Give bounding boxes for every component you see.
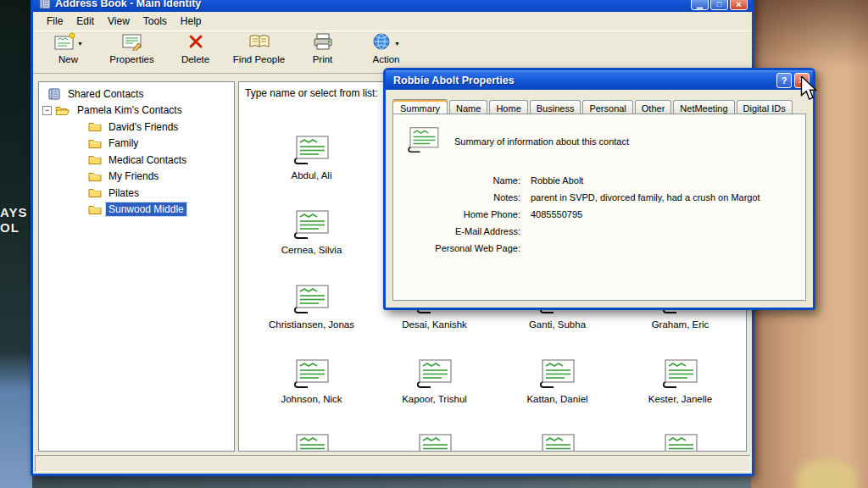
contact-item[interactable]: Cernea, Silvia bbox=[250, 206, 373, 280]
title-bar[interactable]: Address Book - Main Identity ▁ □ × bbox=[33, 0, 752, 12]
toolbar-button[interactable]: ▼ Properties bbox=[100, 32, 164, 64]
new-contact-icon bbox=[53, 32, 75, 54]
field-row: Home Phone: 4085550795 bbox=[393, 209, 797, 219]
action-globe-icon bbox=[372, 32, 392, 54]
dropdown-arrow-icon[interactable]: ▼ bbox=[394, 41, 400, 47]
field-row: Name: Robbie Abolt bbox=[393, 175, 797, 186]
dialog-title-bar[interactable]: Robbie Abolt Properties ? × bbox=[386, 70, 813, 90]
window-title: Address Book - Main Identity bbox=[55, 0, 691, 9]
contact-item[interactable]: Johnson, Nick bbox=[250, 355, 373, 430]
contact-card-icon bbox=[293, 358, 331, 389]
tree-item[interactable]: David's Friends bbox=[39, 119, 234, 136]
contact-item[interactable]: Kester, Janelle bbox=[619, 355, 742, 430]
field-row: Notes: parent in SVPD, divorced family, … bbox=[393, 192, 797, 202]
contact-card-icon bbox=[416, 433, 453, 452]
tree-item-label: Medical Contacts bbox=[106, 153, 189, 167]
tree-item[interactable]: Medical Contacts bbox=[39, 152, 234, 169]
contact-item[interactable]: Kapoor, Trishul bbox=[373, 355, 496, 430]
toolbar-icon-wrap: ▼ bbox=[372, 33, 400, 53]
summary-header: Summary of information about this contac… bbox=[407, 126, 629, 157]
field-label: Notes: bbox=[393, 192, 520, 202]
tree-item[interactable]: Family bbox=[39, 136, 234, 152]
contact-item[interactable] bbox=[619, 430, 742, 452]
status-bar bbox=[35, 455, 750, 472]
background-overlay-text-2: OL bbox=[0, 220, 19, 235]
summary-tab-page: Summary of information about this contac… bbox=[392, 114, 806, 301]
menu-item[interactable]: View bbox=[101, 14, 136, 29]
toolbar-button-label: Print bbox=[313, 54, 333, 64]
dialog-tab-strip: SummaryNameHomeBusinessPersonalOtherNetM… bbox=[392, 98, 794, 115]
contact-item[interactable] bbox=[496, 430, 619, 452]
close-button[interactable]: × bbox=[730, 0, 748, 10]
contact-card-icon bbox=[293, 209, 331, 240]
toolbar-button-label: Action bbox=[373, 54, 400, 64]
contact-item[interactable]: Abdul, Ali bbox=[250, 131, 373, 206]
tree-item-label: Family bbox=[106, 136, 141, 150]
background-clothing bbox=[797, 459, 856, 488]
contact-name: Cernea, Silvia bbox=[281, 245, 342, 255]
tree-item-label: Pilates bbox=[106, 186, 142, 200]
dialog-title: Robbie Abolt Properties bbox=[393, 75, 774, 86]
contact-name: Christiansen, Jonas bbox=[269, 319, 354, 330]
folder-icon bbox=[88, 138, 102, 149]
contact-name: Desai, Kanishk bbox=[402, 319, 467, 330]
toolbar-button-label: Delete bbox=[181, 54, 209, 64]
toolbar-button[interactable]: ▼ Find People bbox=[227, 32, 291, 64]
menu-item[interactable]: Help bbox=[174, 14, 209, 29]
tree-item[interactable]: − Pamela Kim's Contacts bbox=[39, 103, 234, 119]
dropdown-arrow-icon[interactable]: ▼ bbox=[77, 41, 83, 47]
folders-tree: Shared Contacts − Pamela Kim's Contacts … bbox=[38, 81, 235, 452]
minimize-button[interactable]: ▁ bbox=[691, 0, 709, 10]
field-value: Robbie Abolt bbox=[531, 175, 583, 186]
menu-item[interactable]: Edit bbox=[70, 14, 101, 29]
field-label: Home Phone: bbox=[393, 209, 520, 219]
print-icon bbox=[312, 32, 334, 54]
menu-bar: FileEditViewToolsHelp bbox=[33, 12, 752, 30]
tree-expander-icon[interactable]: − bbox=[42, 106, 52, 115]
tree-item[interactable]: My Friends bbox=[39, 169, 234, 186]
contact-item[interactable]: Kattan, Daniel bbox=[496, 355, 619, 430]
toolbar-button[interactable]: ▼ Delete bbox=[164, 32, 227, 64]
contact-name: Johnson, Nick bbox=[281, 394, 342, 404]
mouse-cursor-icon bbox=[800, 76, 818, 105]
folder-icon bbox=[88, 121, 102, 132]
toolbar-icon-wrap: ▼ bbox=[312, 33, 334, 53]
tree-item[interactable]: Shared Contacts bbox=[39, 86, 234, 103]
menu-item[interactable]: File bbox=[40, 14, 70, 29]
list-prompt: Type name or select from list: bbox=[245, 87, 378, 99]
field-label: Personal Web Page: bbox=[393, 243, 520, 253]
toolbar-button[interactable]: ▼ Print bbox=[291, 32, 354, 64]
menu-item[interactable]: Tools bbox=[136, 14, 174, 29]
toolbar-button[interactable]: ▼ Action bbox=[354, 32, 418, 64]
contact-card-icon bbox=[416, 358, 453, 389]
summary-caption: Summary of information about this contac… bbox=[454, 136, 629, 147]
tree-item[interactable]: Sunwood Middle bbox=[39, 202, 234, 219]
contact-name: Kapoor, Trishul bbox=[402, 394, 467, 404]
toolbar-button[interactable]: ▼ New bbox=[36, 32, 100, 64]
field-value: 4085550795 bbox=[531, 209, 582, 219]
maximize-button[interactable]: □ bbox=[710, 0, 728, 10]
folder-icon bbox=[88, 171, 102, 182]
toolbar-icon-wrap: ▼ bbox=[53, 33, 83, 53]
toolbar-button-label: New bbox=[58, 54, 78, 64]
dialog-help-button[interactable]: ? bbox=[776, 73, 792, 88]
toolbar-icon-wrap: ▼ bbox=[121, 33, 143, 53]
folder-icon bbox=[88, 204, 102, 215]
contact-item[interactable]: Christiansen, Jonas bbox=[250, 280, 373, 355]
caption-buttons: ▁ □ × bbox=[691, 0, 748, 10]
contact-name: Graham, Eric bbox=[652, 319, 709, 330]
contact-card-icon bbox=[662, 433, 699, 452]
contact-card-icon bbox=[293, 433, 331, 452]
tree-item-label: Shared Contacts bbox=[65, 87, 146, 101]
tree-item[interactable]: Pilates bbox=[39, 185, 234, 202]
folder-icon bbox=[88, 154, 102, 165]
contact-item[interactable] bbox=[373, 430, 496, 452]
contact-card-icon bbox=[293, 135, 331, 165]
contact-card-icon bbox=[539, 433, 576, 452]
tree-item-label: My Friends bbox=[106, 169, 161, 183]
contact-name: Ganti, Subha bbox=[529, 319, 586, 330]
contact-item[interactable] bbox=[250, 430, 373, 452]
toolbar-icon-wrap: ▼ bbox=[248, 33, 270, 53]
toolbar-button-label: Properties bbox=[109, 54, 153, 64]
address-book-icon bbox=[47, 88, 61, 100]
